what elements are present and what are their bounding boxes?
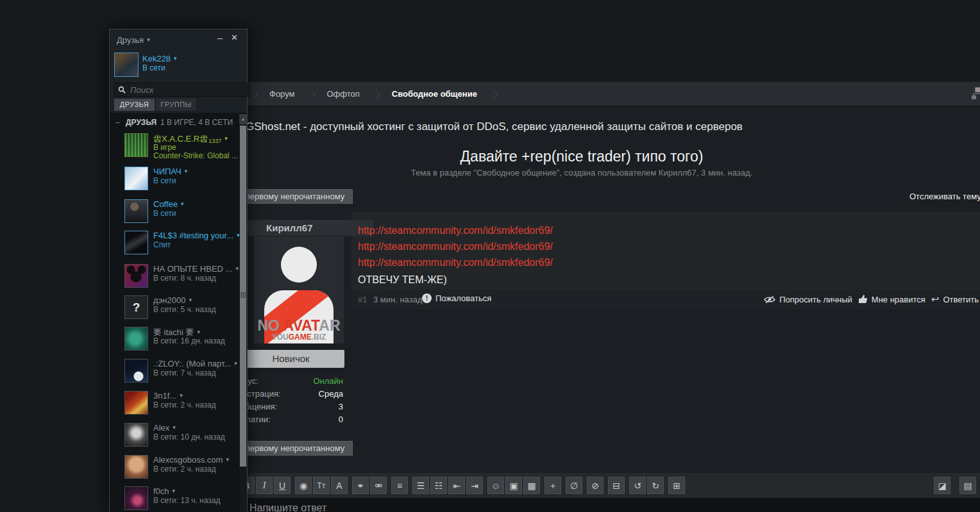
chevron-right-icon bbox=[371, 89, 380, 98]
first-unread-button-bottom[interactable]: первому непрочитанному bbox=[237, 441, 353, 456]
spoiler-button[interactable]: ∅ bbox=[566, 477, 582, 494]
source-view-button[interactable]: ▤ bbox=[959, 477, 976, 494]
thumbs-up-icon bbox=[858, 295, 868, 304]
chevron-down-icon: ▾ bbox=[189, 297, 192, 303]
user-rank-badge[interactable]: Новичок bbox=[237, 350, 344, 368]
reply-button[interactable]: ↩ Ответить bbox=[931, 293, 979, 305]
own-avatar[interactable] bbox=[114, 53, 139, 77]
friend-name: .:ZLOY:. (Мой парт... bbox=[153, 359, 231, 368]
friend-name: Alex bbox=[153, 423, 169, 433]
redo-button[interactable]: ↻ bbox=[647, 477, 664, 494]
numbered-list-button[interactable]: ☷ bbox=[430, 477, 447, 494]
scrollbar-thumb[interactable] bbox=[240, 126, 246, 467]
indent-button[interactable]: ⇥ bbox=[466, 477, 483, 494]
watch-thread-link[interactable]: Отслеживать тему bbox=[909, 192, 980, 201]
reply-input[interactable]: Напишите ответ bbox=[235, 498, 980, 512]
friend-row[interactable]: F4L$3 #testing your...▾ Спит bbox=[110, 230, 239, 262]
friends-group-summary: 1 В ИГРЕ, 4 В СЕТИ bbox=[160, 118, 233, 127]
post-timestamp[interactable]: 3 мин. назад bbox=[373, 295, 422, 304]
yougame-biz-text: YOUGAME.BIZ bbox=[254, 333, 344, 342]
post-author-arrow bbox=[344, 221, 353, 234]
toolbar-group-align: ≡ bbox=[391, 477, 408, 494]
drafts-button[interactable]: ⊟ bbox=[608, 477, 625, 494]
insert-table-button[interactable]: ⊞ bbox=[668, 477, 685, 494]
friend-status: В сети: 5 ч. назад bbox=[153, 305, 216, 314]
toolbar-group-media: ☺ ▣ ▦ bbox=[487, 477, 540, 494]
insert-image-button[interactable]: ▣ bbox=[505, 477, 522, 494]
friend-name: 3n1f... bbox=[153, 391, 176, 401]
friend-row[interactable]: ? дэн2000▾ В сети: 5 ч. назад bbox=[110, 295, 239, 327]
remove-format-button[interactable]: ⊘ bbox=[587, 477, 604, 494]
ad-banner-text[interactable]: GShost.net - доступный хостинг с защитой… bbox=[246, 120, 743, 133]
report-button[interactable]: ! Пожаловаться bbox=[422, 293, 491, 303]
eye-slash-icon bbox=[764, 295, 775, 304]
unlink-button[interactable]: ⚮ bbox=[370, 477, 387, 494]
first-unread-button-top[interactable]: первому непрочитанному bbox=[237, 189, 353, 204]
ask-private-button[interactable]: Попросить личный bbox=[764, 295, 852, 304]
post-link[interactable]: http://steamcommunity.com/id/smkfedor69/ bbox=[358, 257, 553, 268]
friend-row[interactable]: f0ch▾ В сети: 13 ч. назад bbox=[110, 486, 239, 512]
insert-media-button[interactable]: ▦ bbox=[523, 477, 540, 494]
scrollbar-grip bbox=[241, 292, 246, 298]
toolbar-group-font: ◉ Tт A bbox=[295, 477, 348, 494]
breadcrumb-offtop[interactable]: Оффтоп bbox=[327, 89, 360, 99]
sitemap-icon[interactable] bbox=[971, 87, 980, 101]
friend-name: f0ch bbox=[153, 486, 169, 496]
breadcrumb-forum[interactable]: Форум bbox=[269, 89, 295, 99]
search-input[interactable] bbox=[129, 85, 246, 95]
chevron-right-icon bbox=[249, 89, 258, 98]
insert-more-button[interactable]: + bbox=[545, 477, 561, 494]
friend-avatar bbox=[124, 327, 148, 351]
friend-name: 齿X.A.C.E.R齿 bbox=[153, 134, 208, 144]
alignment-button[interactable]: ≡ bbox=[391, 477, 408, 494]
own-username[interactable]: Kek228▾ bbox=[142, 54, 177, 63]
friend-name: Alexcsgoboss.com bbox=[153, 455, 223, 465]
friend-row[interactable]: НА ОПЫТЕ HBED ...▾ В сети: 8 ч. назад bbox=[110, 263, 239, 295]
friend-avatar bbox=[124, 423, 148, 447]
post-link[interactable]: http://steamcommunity.com/id/smkfedor69/ bbox=[358, 225, 553, 236]
close-button[interactable]: ✕ bbox=[228, 31, 241, 44]
minimize-button[interactable]: – bbox=[215, 31, 225, 44]
friend-row[interactable]: 3n1f...▾ В сети: 2 ч. назад bbox=[110, 390, 239, 422]
stat-value-messages[interactable]: 3 bbox=[241, 402, 343, 411]
chevron-right-icon bbox=[489, 89, 498, 98]
outdent-button[interactable]: ⇤ bbox=[448, 477, 465, 494]
friend-row[interactable]: 齿X.A.C.E.R齿1337▾ В игре Counter-Strike: … bbox=[110, 133, 239, 165]
underline-button[interactable]: U bbox=[274, 477, 291, 494]
toolbar-group-insert: + bbox=[545, 477, 561, 494]
post-author-avatar[interactable]: NO AVATAR YOUGAME.BIZ bbox=[254, 236, 344, 343]
friend-row[interactable]: Alexcsgoboss.com▾ В сети: 2 ч. назад bbox=[110, 454, 239, 486]
friend-row[interactable]: ЧИПАЧ▾ В сети bbox=[110, 166, 239, 198]
toolbar-group-history: ↺ ↻ bbox=[629, 477, 664, 494]
friends-search[interactable] bbox=[114, 83, 249, 97]
friend-avatar bbox=[124, 199, 148, 223]
smilies-button[interactable]: ☺ bbox=[487, 477, 504, 494]
insert-link-button[interactable]: ⚭ bbox=[352, 477, 369, 494]
breadcrumb-free-talk[interactable]: Свободное общение bbox=[392, 89, 477, 99]
friend-row[interactable]: 要 itachi 要▾ В сети: 16 дн. назад bbox=[110, 326, 239, 358]
toolbar-group-links: ⚭ ⚮ bbox=[352, 477, 387, 494]
eraser-button[interactable]: ◪ bbox=[934, 477, 950, 494]
tab-friends[interactable]: ДРУЗЬЯ bbox=[114, 99, 155, 111]
post-actions: Попросить личный Мне нравится ↩ Ответить bbox=[764, 293, 980, 305]
friend-row[interactable]: Alex▾ В сети: 10 дн. назад bbox=[110, 422, 239, 454]
font-family-button[interactable]: A bbox=[331, 477, 348, 494]
font-size-button[interactable]: Tт bbox=[313, 477, 330, 494]
text-color-button[interactable]: ◉ bbox=[295, 477, 312, 494]
scrollbar-up-button[interactable]: ▲ bbox=[239, 114, 247, 124]
italic-button[interactable]: I bbox=[256, 477, 273, 494]
friend-row[interactable]: .:ZLOY:. (Мой парт...▾ В сети: 7 ч. наза… bbox=[110, 358, 239, 390]
tab-groups[interactable]: ГРУППЫ bbox=[156, 99, 196, 111]
post-link[interactable]: http://steamcommunity.com/id/smkfedor69/ bbox=[358, 241, 553, 252]
post-number[interactable]: #1 bbox=[358, 295, 367, 304]
friends-window-title[interactable]: Друзья▾ bbox=[117, 35, 150, 45]
friend-row[interactable]: Coffee▾ В сети bbox=[110, 199, 239, 231]
friend-status: В сети bbox=[153, 176, 176, 185]
collapse-group-icon[interactable]: – bbox=[115, 118, 120, 127]
like-button[interactable]: Мне нравится bbox=[858, 295, 925, 304]
friend-status: В сети bbox=[153, 209, 176, 218]
bullet-list-button[interactable]: ☰ bbox=[412, 477, 429, 494]
chevron-down-icon: ▾ bbox=[237, 232, 240, 238]
undo-button[interactable]: ↺ bbox=[629, 477, 646, 494]
toolbar-group-table: ⊞ bbox=[668, 477, 685, 494]
